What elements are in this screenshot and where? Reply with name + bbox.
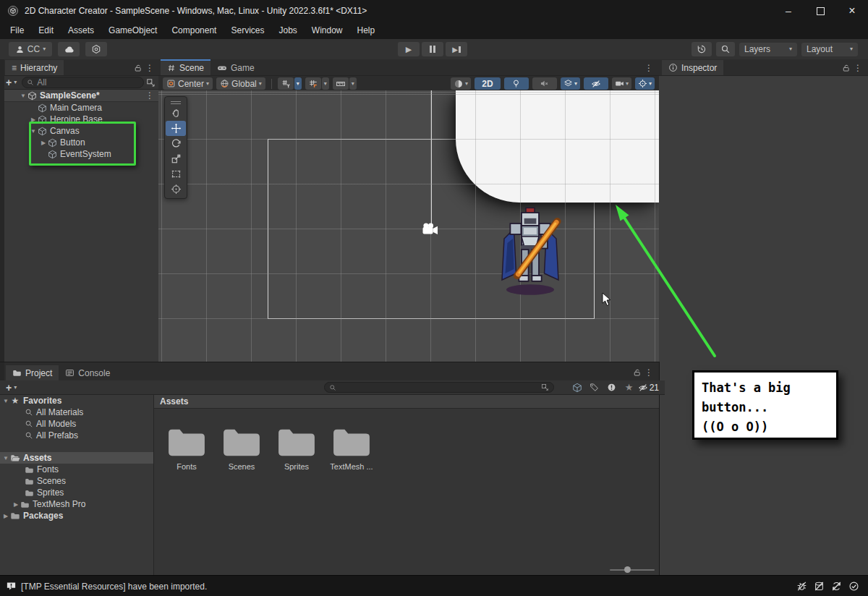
folder-tile[interactable]: Scenes (218, 425, 265, 471)
grid-visibility-dropdown[interactable]: ▾ (294, 77, 302, 90)
camera-gizmo-icon[interactable] (421, 222, 440, 237)
transform-tool[interactable] (166, 182, 186, 197)
search-by-label-button[interactable] (586, 383, 603, 392)
hierarchy-row-scene[interactable]: ▼ SampleScene* ⋮ (0, 90, 158, 102)
global-search-button[interactable] (716, 42, 735, 56)
tree-row[interactable]: Scenes (0, 475, 153, 487)
menu-help[interactable]: Help (350, 22, 383, 39)
snap-increment-button[interactable] (333, 77, 349, 90)
tab-scene[interactable]: Scene (161, 59, 210, 75)
hidden-packages-toggle[interactable]: 21 (638, 383, 659, 393)
tool-handle-space-dropdown[interactable]: Global ▾ (216, 77, 265, 90)
close-button[interactable]: × (836, 0, 868, 22)
kebab-menu-icon[interactable]: ⋮ (145, 63, 154, 73)
expand-icon[interactable]: ▶ (12, 501, 20, 508)
layers-dropdown[interactable]: Layers▾ (739, 43, 797, 56)
import-alert-button[interactable] (603, 383, 621, 392)
grid-snapping-dropdown[interactable]: ▾ (322, 77, 329, 90)
chevron-down-icon[interactable]: ▾ (14, 80, 17, 85)
tab-hierarchy[interactable]: ≡ Hierarchy (5, 60, 64, 75)
character-sprite[interactable] (498, 206, 563, 297)
grid-visibility-button[interactable] (278, 77, 294, 90)
kebab-menu-icon[interactable]: ⋮ (854, 63, 862, 73)
status-message[interactable]: [TMP Essential Resources] have been impo… (21, 582, 207, 592)
menu-jobs[interactable]: Jobs (271, 22, 304, 39)
lock-icon[interactable] (842, 64, 851, 72)
collapse-icon[interactable]: ▼ (19, 93, 27, 99)
tree-row[interactable]: All Models (0, 418, 153, 430)
expand-icon[interactable]: ▶ (1, 513, 10, 519)
hierarchy-search-input[interactable]: All (22, 77, 144, 88)
kebab-menu-icon[interactable]: ⋮ (145, 90, 154, 101)
debugger-disabled-icon[interactable] (793, 581, 810, 592)
create-asset-button[interactable]: + (6, 382, 12, 393)
grid-snapping-button[interactable] (305, 77, 321, 90)
minimize-button[interactable]: – (773, 0, 804, 22)
tab-game[interactable]: Game (210, 60, 261, 75)
snap-increment-dropdown[interactable]: ▾ (349, 77, 357, 90)
menu-gameobject[interactable]: GameObject (101, 22, 164, 39)
chevron-down-icon[interactable]: ▾ (14, 385, 17, 391)
cloud-button[interactable] (58, 42, 80, 56)
undo-history-button[interactable] (692, 42, 712, 56)
add-object-button[interactable]: + (6, 77, 12, 88)
pause-button[interactable] (422, 42, 443, 56)
gizmos-dropdown[interactable]: ▾ (635, 77, 655, 90)
cache-server-disabled-icon[interactable] (810, 581, 827, 592)
menu-component[interactable]: Component (164, 22, 224, 39)
scene-audio-button[interactable] (532, 77, 557, 90)
picker-icon[interactable] (541, 383, 549, 391)
favorites-star-button[interactable]: ★ (621, 382, 638, 393)
tree-row-assets[interactable]: ▼ Assets (0, 452, 153, 464)
project-search-input[interactable] (324, 382, 554, 393)
tab-console[interactable]: Console (59, 365, 116, 380)
kebab-menu-icon[interactable]: ⋮ (644, 367, 653, 378)
thumbnail-zoom-slider[interactable] (610, 566, 655, 574)
tree-row[interactable]: All Materials (0, 406, 153, 418)
account-button[interactable]: CC ▾ (9, 42, 52, 56)
scene-visibility-button[interactable] (584, 77, 608, 90)
scale-tool[interactable] (166, 151, 186, 166)
rect-tool[interactable] (166, 166, 186, 182)
auto-refresh-disabled-icon[interactable] (827, 581, 845, 592)
layout-dropdown[interactable]: Layout▾ (801, 43, 858, 56)
menu-file[interactable]: File (3, 22, 31, 39)
package-manager-button[interactable] (85, 42, 107, 56)
slider-knob[interactable] (624, 566, 631, 573)
palette-drag-handle[interactable] (165, 99, 187, 106)
progress-complete-icon[interactable] (845, 581, 862, 592)
tree-row[interactable]: Sprites (0, 487, 153, 498)
lock-icon[interactable] (633, 368, 642, 377)
collapse-icon[interactable]: ▼ (1, 455, 10, 461)
view-hand-tool[interactable] (166, 106, 186, 121)
tree-row[interactable]: Fonts (0, 464, 153, 475)
menu-assets[interactable]: Assets (61, 22, 101, 39)
tab-project[interactable]: Project (6, 365, 59, 380)
camera-settings-dropdown[interactable]: ▾ (612, 77, 631, 90)
tree-row-favorites[interactable]: ▼ ★ Favorites (0, 395, 153, 406)
tab-inspector[interactable]: Inspector (662, 60, 723, 75)
play-button[interactable]: ▶ (398, 42, 420, 56)
tree-row[interactable]: ▶ TextMesh Pro (0, 498, 153, 510)
menu-services[interactable]: Services (224, 22, 271, 39)
ui-button-object[interactable] (456, 90, 659, 203)
draw-mode-dropdown[interactable]: ▾ (451, 77, 471, 90)
2d-mode-button[interactable]: 2D (475, 77, 501, 90)
folder-tile[interactable]: Fonts (163, 425, 210, 471)
picker-icon[interactable] (146, 78, 156, 88)
tree-row[interactable]: All Prefabs (0, 430, 153, 441)
scene-viewport[interactable] (158, 90, 659, 362)
folder-tile[interactable]: Sprites (273, 425, 320, 471)
lock-icon[interactable] (134, 64, 142, 72)
menu-window[interactable]: Window (305, 22, 350, 39)
move-tool[interactable] (166, 121, 186, 136)
rotate-tool[interactable] (166, 136, 186, 151)
folder-tile[interactable]: TextMesh ... (328, 425, 375, 471)
kebab-menu-icon[interactable]: ⋮ (644, 63, 653, 73)
hierarchy-row[interactable]: Main Camera (0, 102, 158, 114)
scene-lighting-button[interactable] (504, 77, 529, 90)
scene-effects-dropdown[interactable]: ▾ (561, 77, 580, 90)
tool-handle-pivot-dropdown[interactable]: Center ▾ (163, 77, 213, 90)
menu-edit[interactable]: Edit (31, 22, 61, 39)
search-by-type-button[interactable] (569, 383, 586, 393)
